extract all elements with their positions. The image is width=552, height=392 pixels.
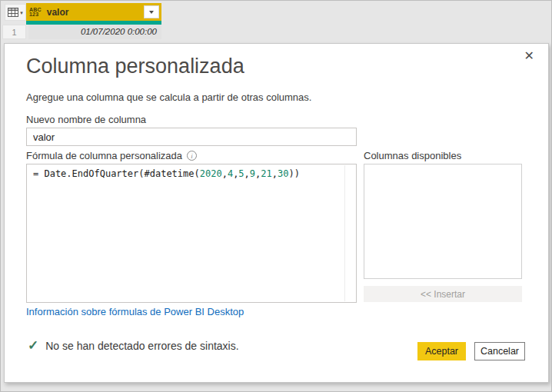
formula-help-link[interactable]: Información sobre fórmulas de Power BI D… [26,306,244,317]
table-menu-button[interactable]: ▾ [5,4,26,21]
syntax-status: ✓ No se han detectado errores de sintaxi… [28,339,239,352]
new-column-name-input[interactable] [26,128,357,146]
filter-dropdown-icon [149,11,154,14]
data-type-abc123-icon: ABC 123 [29,8,42,17]
column-name-label: valor [47,7,144,18]
row-number-cell: 1 [2,25,26,39]
new-column-name-label: Nuevo nombre de columna [26,114,146,125]
column-filter-button[interactable] [144,5,159,18]
accept-button[interactable]: Aceptar [417,342,466,360]
chevron-down-icon: ▾ [20,10,23,15]
formula-scrollbar[interactable] [344,165,345,301]
dialog-subtitle: Agregue una columna que se calcula a par… [26,91,311,103]
formula-label-row: Fórmula de columna personalizada i [26,150,197,161]
close-icon[interactable]: ✕ [524,48,534,63]
page-title: Columna personalizada [26,55,244,78]
row-value-cell[interactable]: 01/07/2020 0:00:00 [28,25,161,39]
formula-editor[interactable]: = Date.EndOfQuarter(#datetime(2020,4,5,9… [26,164,357,303]
available-columns-label: Columnas disponibles [364,150,461,161]
formula-label: Fórmula de columna personalizada [26,150,182,161]
formula-text: = Date.EndOfQuarter(#datetime(2020,4,5,9… [27,164,356,183]
available-columns-list[interactable] [364,164,522,279]
custom-column-dialog: ✕ Columna personalizada Agregue una colu… [4,43,549,383]
power-query-screen: ▾ ABC 123 valor 1 01/07/2020 0:00:00 ✕ C… [0,0,552,392]
cancel-button[interactable]: Cancelar [474,342,525,360]
column-header-valor[interactable]: ABC 123 valor [26,3,161,21]
insert-button[interactable]: << Insertar [364,286,522,302]
syntax-status-message: No se han detectado errores de sintaxis. [45,340,238,352]
check-icon: ✓ [28,339,38,352]
info-icon[interactable]: i [187,151,197,161]
table-grid-icon [8,8,18,17]
